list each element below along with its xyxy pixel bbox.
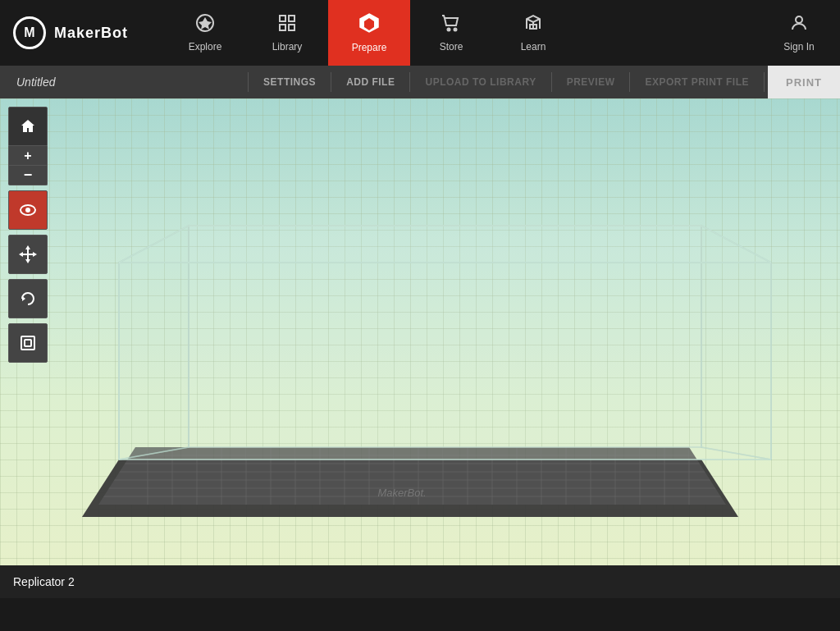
zoom-out-button[interactable]: −: [8, 166, 48, 185]
svg-rect-72: [21, 336, 34, 350]
logo-text: MakerBot: [54, 25, 128, 42]
svg-rect-4: [280, 25, 285, 30]
nav-item-explore[interactable]: Explore: [164, 0, 246, 66]
library-label: Library: [272, 41, 303, 53]
svg-rect-5: [289, 25, 294, 30]
svg-marker-49: [119, 263, 771, 460]
sign-in-button[interactable]: Sign In: [758, 0, 840, 66]
printer-name: Replicator 2: [13, 575, 75, 588]
learn-label: Learn: [521, 41, 546, 53]
learn-icon: [523, 13, 543, 38]
nav-item-library[interactable]: Library: [246, 0, 328, 66]
home-view-button[interactable]: [8, 107, 48, 146]
store-icon: [441, 13, 461, 38]
svg-point-64: [25, 208, 30, 213]
svg-rect-3: [289, 16, 294, 21]
logo-m-letter: M: [24, 25, 34, 40]
nav-item-prepare[interactable]: Prepare: [328, 0, 410, 66]
svg-rect-73: [25, 340, 31, 346]
svg-marker-69: [19, 252, 23, 257]
nav-item-store[interactable]: Store: [410, 0, 492, 66]
svg-rect-2: [280, 16, 285, 21]
svg-marker-68: [25, 259, 30, 263]
toolbar: Untitled SETTINGS ADD FILE UPLOAD TO LIB…: [0, 66, 840, 98]
toolbar-sep-6: [764, 72, 765, 92]
move-button[interactable]: [8, 235, 48, 274]
main-viewport: MakerBot.: [0, 98, 840, 598]
explore-icon: [195, 13, 215, 38]
nav-items: Explore Library Prepare: [164, 0, 840, 66]
svg-marker-70: [33, 252, 37, 257]
preview-button[interactable]: PREVIEW: [552, 66, 630, 98]
explore-label: Explore: [189, 41, 222, 53]
zoom-in-button[interactable]: +: [8, 146, 48, 166]
prepare-icon: [358, 12, 380, 39]
svg-point-11: [796, 16, 802, 23]
sign-in-label: Sign In: [783, 41, 814, 53]
left-toolbar: + −: [8, 107, 48, 363]
store-label: Store: [440, 41, 463, 53]
settings-button[interactable]: SETTINGS: [249, 66, 331, 98]
svg-marker-71: [22, 296, 25, 301]
svg-marker-67: [25, 245, 30, 249]
svg-marker-1: [199, 17, 212, 30]
svg-marker-48: [119, 226, 771, 263]
top-navigation: M MakerBot Explore: [0, 0, 840, 66]
nav-item-learn[interactable]: Learn: [492, 0, 574, 66]
export-print-file-button[interactable]: EXPORT PRINT FILE: [630, 66, 764, 98]
print-button[interactable]: PRINT: [768, 66, 840, 98]
logo-icon: M: [13, 16, 46, 49]
svg-point-8: [448, 29, 450, 31]
logo-area[interactable]: M MakerBot: [0, 0, 164, 66]
user-icon: [789, 13, 809, 38]
status-bar: Replicator 2: [0, 565, 840, 598]
rotate-button[interactable]: [8, 279, 48, 318]
view-button[interactable]: [8, 190, 48, 230]
upload-to-library-button[interactable]: UPLOAD TO LIBRARY: [410, 66, 550, 98]
3d-viewport[interactable]: MakerBot.: [0, 98, 840, 598]
add-file-button[interactable]: ADD FILE: [331, 66, 409, 98]
svg-text:MakerBot.: MakerBot.: [377, 487, 426, 499]
svg-point-9: [454, 29, 457, 31]
library-icon: [277, 13, 297, 38]
prepare-label: Prepare: [352, 42, 387, 53]
scale-button[interactable]: [8, 323, 48, 363]
scene-svg: MakerBot.: [0, 98, 840, 598]
document-title: Untitled: [0, 75, 71, 89]
